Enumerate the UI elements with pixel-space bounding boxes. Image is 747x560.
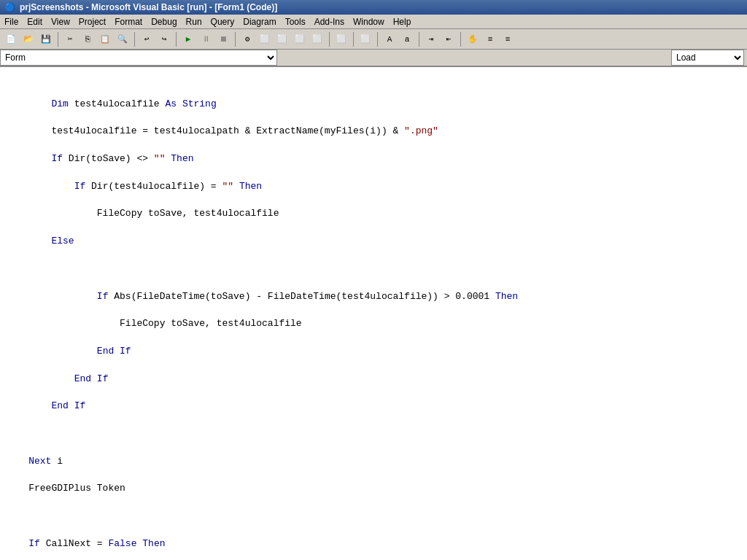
code-line: Dim test4ulocalfile As String — [0, 98, 747, 112]
menu-view[interactable]: View — [47, 16, 74, 28]
tb-sep2 — [134, 32, 135, 47]
menu-debug[interactable]: Debug — [147, 16, 181, 28]
menu-bar: File Edit View Project Format Debug Run … — [0, 15, 747, 29]
code-line: test4ulocalfile = test4ulocalpath & Extr… — [0, 125, 747, 139]
code-line: FileCopy toSave, test4ulocalfile — [0, 317, 747, 331]
menu-format[interactable]: Format — [110, 16, 147, 28]
code-line: End If — [0, 373, 747, 386]
tb-stop[interactable]: ⏹ — [215, 31, 231, 47]
tb-btn7[interactable]: ⬜ — [357, 31, 374, 47]
tb-btn4[interactable]: ⬜ — [292, 31, 308, 47]
menu-edit[interactable]: Edit — [23, 16, 47, 28]
tb-copy[interactable]: ⎘ — [80, 31, 96, 47]
tb-list1[interactable]: ≡ — [482, 31, 498, 47]
tb-sep7 — [377, 32, 378, 47]
menu-run[interactable]: Run — [182, 16, 206, 28]
tb-btn6[interactable]: ⬜ — [333, 31, 349, 47]
tb-btn9[interactable]: a — [399, 31, 415, 47]
tb-btn3[interactable]: ⬜ — [274, 31, 290, 47]
tb-find[interactable]: 🔍 — [115, 31, 131, 47]
tb-cut[interactable]: ✂ — [62, 31, 78, 47]
code-line: If Abs(FileDateTime(toSave) - FileDateTi… — [0, 290, 747, 304]
tb-sep8 — [419, 32, 419, 47]
tb-list2[interactable]: ≡ — [500, 31, 516, 47]
procedure-dropdown[interactable]: Load — [671, 50, 744, 66]
tb-undo[interactable]: ↩ — [139, 31, 155, 47]
title-bar: 🔵 prjScreenshots - Microsoft Visual Basi… — [0, 0, 747, 15]
object-dropdown[interactable]: Form — [0, 50, 277, 66]
code-line: If Dir(toSave) <> "" Then — [0, 152, 747, 166]
code-line: FreeGDIPlus Token — [0, 482, 747, 496]
tb-btn1[interactable]: ⚙ — [239, 31, 255, 47]
title-bar-icon: 🔵 — [4, 2, 15, 12]
menu-help[interactable]: Help — [389, 16, 416, 28]
toolbar: 📄 📂 💾 ✂ ⎘ 📋 🔍 ↩ ↪ ▶ ⏸ ⏹ ⚙ ⬜ ⬜ ⬜ ⬜ ⬜ ⬜ A … — [0, 29, 747, 50]
tb-hand[interactable]: ✋ — [465, 31, 481, 47]
tb-new[interactable]: 📄 — [3, 31, 19, 47]
tb-indent[interactable]: ⇥ — [423, 31, 439, 47]
code-line: If Dir(test4ulocalfile) = "" Then — [0, 180, 747, 194]
tb-sep9 — [460, 32, 461, 47]
menu-addins[interactable]: Add-Ins — [310, 16, 349, 28]
menu-file[interactable]: File — [0, 16, 23, 28]
code-editor[interactable]: Dim test4ulocalfile As String test4uloca… — [0, 67, 747, 560]
tb-open[interactable]: 📂 — [20, 31, 36, 47]
code-line — [0, 510, 747, 524]
menu-window[interactable]: Window — [349, 16, 389, 28]
tb-btn5[interactable]: ⬜ — [309, 31, 325, 47]
code-line: End If — [0, 345, 747, 359]
tb-break[interactable]: ⏸ — [198, 31, 214, 47]
tb-btn2[interactable]: ⬜ — [257, 31, 273, 47]
tb-sep4 — [235, 32, 236, 47]
code-line: Next i — [0, 455, 747, 469]
tb-save[interactable]: 💾 — [38, 31, 54, 47]
code-line: Else — [0, 235, 747, 249]
tb-redo[interactable]: ↪ — [156, 31, 172, 47]
tb-sep6 — [353, 32, 354, 47]
tb-btn8[interactable]: A — [382, 31, 398, 47]
code-line — [0, 262, 747, 276]
code-line: FileCopy toSave, test4ulocalfile — [0, 207, 747, 221]
menu-tools[interactable]: Tools — [281, 16, 310, 28]
code-line: If CallNext = False Then — [0, 537, 747, 551]
tb-sep1 — [58, 32, 58, 47]
menu-project[interactable]: Project — [74, 16, 110, 28]
tb-run[interactable]: ▶ — [180, 31, 196, 47]
tb-outdent[interactable]: ⇤ — [441, 31, 457, 47]
tb-paste[interactable]: 📋 — [97, 31, 113, 47]
menu-diagram[interactable]: Diagram — [239, 16, 280, 28]
form-selector-bar: Form Load — [0, 50, 747, 67]
tb-sep3 — [176, 32, 177, 47]
menu-query[interactable]: Query — [206, 16, 239, 28]
title-bar-text: prjScreenshots - Microsoft Visual Basic … — [20, 2, 277, 12]
tb-sep5 — [329, 32, 330, 47]
code-line — [0, 427, 747, 441]
code-line: End If — [0, 400, 747, 413]
